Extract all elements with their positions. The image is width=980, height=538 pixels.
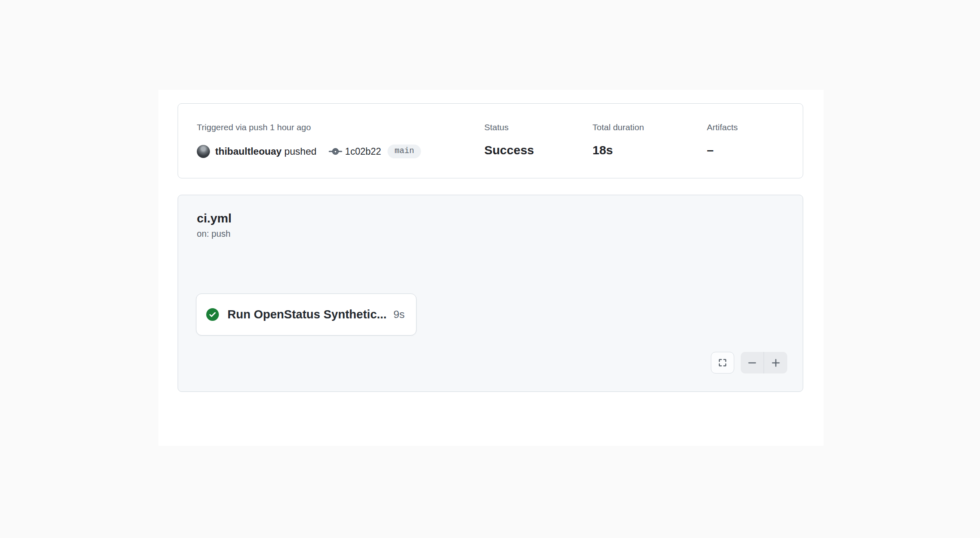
zoom-in-button[interactable]	[764, 352, 787, 373]
zoom-out-button[interactable]	[741, 352, 764, 373]
trigger-label: Triggered via push 1 hour ago	[197, 122, 484, 133]
stat-total-duration-value: 18s	[592, 143, 707, 158]
actor-action: pushed	[284, 146, 316, 157]
stat-total-duration-label: Total duration	[592, 122, 707, 133]
stat-artifacts-label: Artifacts	[707, 122, 803, 133]
job-duration: 9s	[394, 308, 405, 321]
stat-status-label: Status	[484, 122, 592, 133]
run-summary-card: Triggered via push 1 hour ago thibaultle…	[178, 103, 803, 178]
fullscreen-button[interactable]	[711, 352, 734, 373]
stat-status: Status Success	[484, 122, 592, 178]
workflow-file-name: ci.yml	[197, 211, 232, 226]
content-panel: Triggered via push 1 hour ago thibaultle…	[158, 90, 824, 446]
workflow-trigger: on: push	[197, 228, 232, 240]
workflow-graph-canvas[interactable]: ci.yml on: push Run OpenStatus Synthetic…	[178, 195, 803, 392]
git-commit-icon	[329, 145, 342, 158]
actions-run-page: Triggered via push 1 hour ago thibaultle…	[0, 0, 980, 538]
graph-controls	[711, 352, 787, 373]
actor-name: thibaultleouay	[215, 146, 282, 157]
workflow-title-block: ci.yml on: push	[197, 211, 232, 240]
stat-artifacts: Artifacts –	[707, 122, 803, 178]
commit-sha-link[interactable]: 1c02b22	[345, 146, 381, 157]
check-circle-icon	[206, 308, 219, 321]
stat-total-duration: Total duration 18s	[592, 122, 707, 178]
plus-icon	[771, 358, 781, 368]
minus-icon	[747, 358, 757, 368]
branch-badge[interactable]: main	[388, 145, 421, 158]
stat-artifacts-value: –	[707, 143, 803, 158]
fullscreen-icon	[717, 358, 728, 368]
zoom-control-group	[741, 352, 787, 373]
stat-status-value: Success	[484, 143, 592, 158]
job-name: Run OpenStatus Synthetic...	[227, 308, 387, 321]
job-node[interactable]: Run OpenStatus Synthetic... 9s	[196, 293, 416, 336]
trigger-section: Triggered via push 1 hour ago thibaultle…	[197, 122, 484, 178]
avatar[interactable]	[197, 145, 210, 158]
actor-line: thibaultleouay pushed	[215, 146, 316, 157]
